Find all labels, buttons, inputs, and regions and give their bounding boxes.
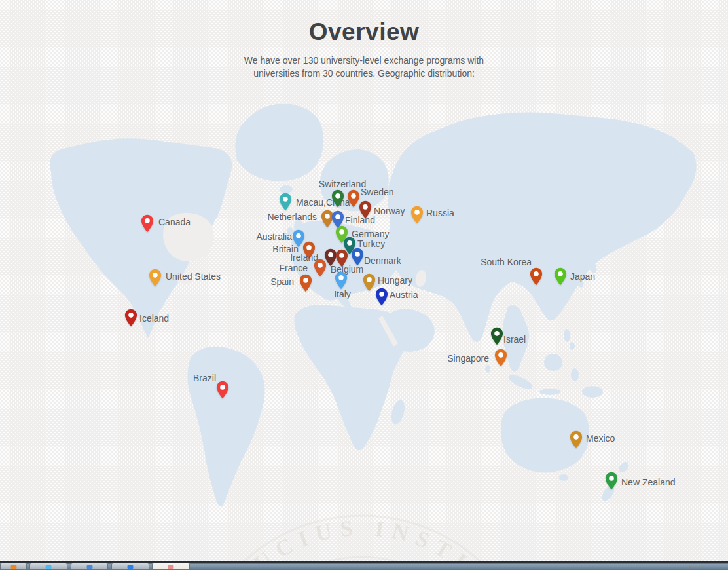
taskbar-app-icon-4	[128, 565, 134, 569]
map-marker-israel[interactable]	[490, 327, 503, 345]
pin-icon	[279, 193, 292, 211]
marker-label-united-states: United States	[166, 271, 221, 282]
map-marker-canada[interactable]	[141, 214, 154, 233]
pin-icon	[347, 189, 360, 208]
pin-icon	[299, 274, 312, 292]
marker-label-south-korea: South Korea	[481, 257, 532, 267]
map-marker-italy[interactable]	[335, 271, 348, 290]
marker-layer: CanadaUnited StatesIcelandBrazilRussiaMa…	[0, 0, 728, 570]
marker-label-russia: Russia	[426, 208, 454, 218]
marker-label-austria: Austria	[390, 290, 418, 300]
marker-label-netherlands: Netherlands	[268, 212, 318, 222]
taskbar-app-icon-3	[86, 565, 92, 569]
tray-speck-1	[592, 566, 594, 568]
pin-icon	[331, 189, 344, 208]
pin-icon	[363, 273, 376, 292]
taskbar	[0, 561, 728, 570]
taskbar-button-4[interactable]	[111, 563, 149, 570]
pin-icon	[351, 248, 364, 266]
map-marker-brazil[interactable]	[216, 381, 229, 399]
pin-icon	[494, 349, 507, 367]
map-marker-japan[interactable]	[554, 267, 567, 286]
marker-label-spain: Spain	[270, 276, 294, 287]
taskbar-button-1[interactable]	[0, 563, 27, 570]
map-marker-denmark[interactable]	[351, 248, 364, 266]
marker-label-france: France	[279, 263, 308, 273]
map-marker-united-states[interactable]	[149, 269, 162, 287]
marker-label-switzerland: Switzerland	[319, 179, 366, 189]
marker-label-norway: Norway	[374, 206, 405, 216]
pin-icon	[530, 267, 543, 286]
page: CONFUCIUS INSTITUTE Overview We have ove…	[0, 0, 728, 570]
map-marker-mexico[interactable]	[570, 430, 583, 449]
taskbar-app-icon-2	[46, 565, 52, 569]
marker-label-brazil: Brazil	[193, 373, 216, 383]
map-marker-macau-china[interactable]	[279, 193, 292, 211]
pin-icon	[570, 430, 583, 449]
marker-label-iceland: Iceland	[139, 313, 169, 324]
tray-speck-4	[714, 566, 716, 568]
pin-icon	[314, 259, 327, 277]
map-marker-russia[interactable]	[410, 206, 424, 224]
marker-label-new-zealand: New Zealand	[621, 477, 676, 487]
pin-icon	[141, 214, 154, 233]
taskbar-app-icon-5	[168, 565, 174, 569]
taskbar-button-2[interactable]	[29, 563, 67, 570]
marker-label-denmark: Denmark	[364, 256, 401, 266]
taskbar-button-3[interactable]	[71, 563, 108, 570]
marker-label-mexico: Mexico	[586, 433, 615, 444]
marker-label-finland: Finland	[345, 215, 375, 225]
pin-icon	[605, 472, 618, 490]
map-marker-new-zealand[interactable]	[605, 472, 618, 490]
marker-label-australia: Australia	[257, 231, 292, 242]
pin-icon	[375, 288, 388, 306]
pin-icon	[410, 206, 424, 224]
taskbar-app-icon-1	[10, 565, 16, 569]
marker-label-canada: Canada	[158, 217, 191, 227]
pin-icon	[335, 271, 348, 290]
marker-label-hungary: Hungary	[378, 275, 412, 286]
marker-label-japan: Japan	[570, 271, 595, 282]
pin-icon	[216, 381, 229, 399]
marker-label-germany: Germany	[352, 229, 390, 239]
map-marker-south-korea[interactable]	[530, 267, 543, 286]
map-marker-switzerland[interactable]	[331, 189, 344, 208]
map-marker-spain[interactable]	[299, 274, 312, 292]
marker-label-singapore: Singapore	[447, 353, 489, 364]
map-marker-iceland[interactable]	[124, 309, 137, 327]
map-marker-hungary[interactable]	[363, 273, 376, 292]
marker-label-italy: Italy	[334, 289, 351, 299]
tray-speck-2	[689, 566, 691, 568]
map-marker-austria[interactable]	[375, 288, 388, 306]
map-marker-sweden[interactable]	[347, 189, 360, 208]
tray-speck-3	[702, 566, 704, 568]
pin-icon	[490, 327, 503, 345]
map-marker-singapore[interactable]	[494, 349, 507, 367]
pin-icon	[149, 269, 162, 287]
marker-label-israel: Israel	[503, 334, 526, 345]
pin-icon	[124, 309, 137, 327]
map-marker-france[interactable]	[314, 259, 327, 277]
pin-icon	[554, 267, 567, 286]
taskbar-button-5[interactable]	[152, 563, 190, 570]
